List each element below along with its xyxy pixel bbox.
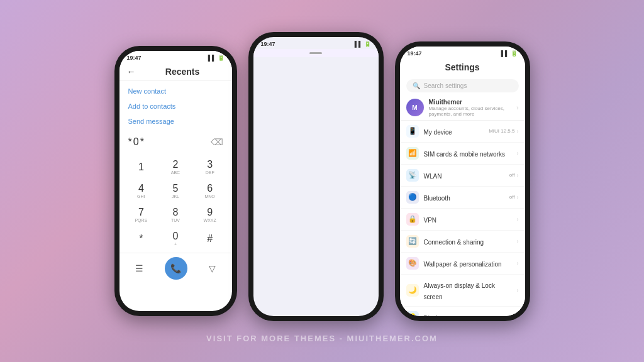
settings-item-connection[interactable]: 🔄 Connection & sharing › (400, 231, 525, 253)
chevron-icon: › (517, 172, 519, 178)
dial-number: *0* (128, 136, 145, 148)
phone1-header: ← Recents (119, 63, 232, 81)
phone1-status-bar: 19:47 ▌▌ 🔋 (119, 51, 232, 63)
item-right-connection: › (517, 238, 519, 244)
key-7[interactable]: 7PQRS (125, 203, 158, 226)
chevron-icon: › (517, 238, 519, 244)
key-5[interactable]: 5JKL (158, 179, 192, 202)
item-text-mydevice: My device (424, 126, 484, 137)
phone-1-screen: 19:47 ▌▌ 🔋 ← Recents New contact Add to … (119, 51, 232, 311)
key-6[interactable]: 6MNO (193, 179, 227, 202)
phone1-status-icons: ▌▌ 🔋 (208, 55, 225, 61)
settings-item-wallpaper[interactable]: 🎨 Wallpaper & personalization › (400, 253, 525, 275)
chevron-icon: › (517, 194, 519, 200)
item-text-vpn: VPN (424, 214, 512, 225)
key-hash[interactable]: # (193, 227, 227, 250)
settings-list: 📱 My device MIUI 12.5.5 › 📶 SIM (400, 121, 525, 316)
settings-item-wlan[interactable]: 📡 WLAN off › (400, 165, 525, 187)
key-9[interactable]: 9WXYZ (193, 203, 227, 226)
wallpaper-icon: 🎨 (406, 257, 419, 270)
key-3[interactable]: 3DEF (193, 155, 227, 178)
settings-item-display[interactable]: 💡 Display › (400, 307, 525, 316)
dial-display: *0* ⌫ (119, 131, 232, 153)
phone1-actions: New contact Add to contacts Send message (119, 81, 232, 131)
phone1-bottom-bar: ☰ 📞 ▽ (119, 253, 232, 283)
key-0[interactable]: 0+ (158, 227, 192, 250)
chevron-icon: › (517, 128, 519, 134)
nav-indicator (309, 52, 322, 54)
sim-icon: 📶 (406, 147, 419, 160)
search-bar[interactable]: 🔍 Search settings (406, 79, 519, 92)
phones-container: 19:47 ▌▌ 🔋 ← Recents New contact Add to … (108, 0, 536, 362)
user-name: Miuithemer (429, 99, 512, 106)
send-message-btn[interactable]: Send message (119, 114, 232, 129)
phone1-time: 19:47 (127, 55, 142, 61)
settings-header: Settings (400, 58, 525, 77)
item-text-connection: Connection & sharing (424, 236, 512, 247)
wifi-icon: 📡 (406, 169, 419, 182)
phone3-status-bar: 19:47 ▌▌ 🔋 (400, 47, 525, 58)
item-right-display: › (517, 314, 519, 316)
phone3-status-icons: ▌▌ 🔋 (501, 50, 518, 57)
item-text-aod: Always-on display & Lock screen (424, 279, 512, 302)
battery-icon: 🔋 (218, 55, 225, 61)
add-to-contacts-btn[interactable]: Add to contacts (119, 99, 232, 114)
item-text-wallpaper: Wallpaper & personalization (424, 258, 512, 269)
battery-icon: 🔋 (511, 50, 518, 57)
connection-icon: 🔄 (406, 235, 419, 248)
search-icon: 🔍 (413, 82, 420, 89)
nav-triangle-icon[interactable]: ▽ (209, 263, 216, 273)
phone2-status-icons: ▌▌ 🔋 (355, 41, 371, 47)
watermark: VISIT FOR MORE THEMES - MIUITHEMER.COM (206, 334, 438, 343)
key-4[interactable]: 4GHI (125, 179, 158, 202)
chevron-icon: › (517, 287, 519, 293)
phone2-bottom-nav (253, 49, 379, 57)
new-contact-btn[interactable]: New contact (119, 84, 232, 99)
key-star[interactable]: * (125, 227, 158, 250)
item-right-sim: › (517, 150, 519, 156)
signal-icon: ▌▌ (208, 55, 216, 61)
call-button[interactable]: 📞 (165, 257, 187, 280)
backspace-icon[interactable]: ⌫ (211, 137, 223, 147)
item-right-mydevice: MIUI 12.5.5 › (489, 128, 518, 134)
phone-2: 19:47 ▌▌ 🔋 Xiaomi 🎙 Recorder (248, 32, 384, 321)
user-description: Manage accounts, cloud services, payment… (429, 106, 512, 117)
key-8[interactable]: 8TUV (158, 203, 192, 226)
back-button[interactable]: ← (127, 67, 136, 77)
vpn-icon: 🔒 (406, 213, 419, 226)
item-right-aod: › (517, 287, 519, 293)
user-info: Miuithemer Manage accounts, cloud servic… (429, 99, 512, 117)
phone-2-screen: 19:47 ▌▌ 🔋 Xiaomi 🎙 Recorder (253, 37, 379, 316)
chevron-right-icon: › (516, 104, 518, 111)
phone-3-screen: 19:47 ▌▌ 🔋 Settings 🔍 Search settings (400, 47, 525, 316)
settings-item-vpn[interactable]: 🔒 VPN › (400, 209, 525, 231)
recents-title: Recents (141, 67, 225, 77)
chevron-icon: › (517, 260, 519, 266)
search-placeholder: Search settings (424, 82, 467, 89)
phone-3: 19:47 ▌▌ 🔋 Settings 🔍 Search settings (395, 41, 530, 321)
avatar: M (406, 99, 424, 116)
item-right-bluetooth: off › (509, 194, 519, 200)
settings-item-bluetooth[interactable]: 🔵 Bluetooth off › (400, 187, 525, 209)
menu-icon[interactable]: ☰ (135, 263, 143, 273)
item-right-vpn: › (517, 216, 519, 222)
settings-screen: 19:47 ▌▌ 🔋 Settings 🔍 Search settings (400, 47, 525, 316)
item-text-display: Display (424, 312, 512, 316)
phone2-time: 19:47 (261, 41, 275, 47)
item-right-wlan: off › (509, 172, 519, 178)
chevron-icon: › (517, 314, 519, 316)
dialpad: 1 2ABC 3DEF 4GHI 5JKL 6MNO 7PQRS 8TUV 9W… (119, 153, 232, 253)
settings-item-aod[interactable]: 🌙 Always-on display & Lock screen › (400, 275, 525, 307)
signal-icon: ▌▌ (501, 50, 509, 57)
bluetooth-icon: 🔵 (406, 191, 419, 204)
key-2[interactable]: 2ABC (158, 155, 192, 178)
item-text-sim: SIM cards & mobile networks (424, 148, 512, 159)
key-1[interactable]: 1 (125, 155, 158, 178)
phone-1: 19:47 ▌▌ 🔋 ← Recents New contact Add to … (114, 46, 237, 316)
device-icon: 📱 (406, 125, 419, 138)
settings-item-mydevice[interactable]: 📱 My device MIUI 12.5.5 › (400, 121, 525, 143)
aod-icon: 🌙 (406, 284, 419, 297)
item-text-bluetooth: Bluetooth (424, 192, 504, 203)
settings-item-sim[interactable]: 📶 SIM cards & mobile networks › (400, 143, 525, 165)
user-row[interactable]: M Miuithemer Manage accounts, cloud serv… (400, 96, 525, 121)
